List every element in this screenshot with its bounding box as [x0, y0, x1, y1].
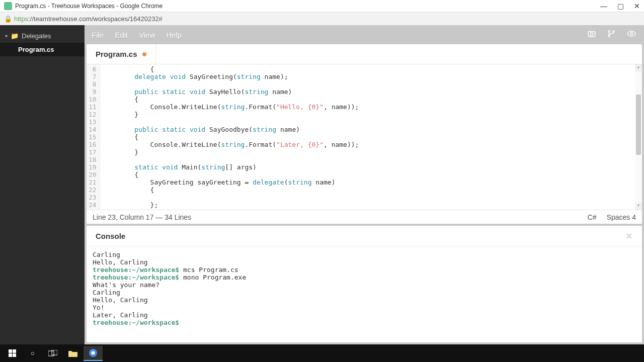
svg-point-4 — [613, 31, 614, 32]
window-title: Program.cs - Treehouse Workspaces - Goog… — [15, 3, 600, 10]
cortana-button[interactable]: ○ — [23, 346, 42, 361]
console-panel: Console ✕ CarlingHello, Carlingtreehouse… — [87, 226, 642, 342]
editor-area: Program.cs 67891011121314151617181920212… — [87, 44, 642, 224]
svg-rect-6 — [9, 349, 12, 353]
status-indent[interactable]: Spaces 4 — [607, 213, 636, 221]
tab-program[interactable]: Program.cs — [87, 44, 156, 64]
lock-icon: 🔒 — [4, 15, 12, 23]
svg-point-2 — [608, 31, 610, 32]
url-protocol: https — [14, 15, 28, 23]
menu-help[interactable]: Help — [166, 31, 182, 39]
status-language[interactable]: C# — [588, 213, 597, 221]
branch-icon[interactable] — [607, 29, 616, 41]
menu-view[interactable]: View — [139, 31, 155, 39]
scroll-up-icon[interactable]: ▴ — [635, 64, 642, 71]
svg-point-13 — [92, 351, 95, 354]
line-gutter: 6789101112131415161718192021222324 — [87, 64, 100, 210]
menu-bar: File Edit View Help — [85, 25, 644, 44]
url-rest: ://teamtreehouse.com/workspaces/16420232… — [28, 15, 163, 23]
svg-point-3 — [608, 35, 610, 37]
unsaved-dot-icon — [142, 52, 146, 56]
minimize-button[interactable]: — — [600, 2, 607, 10]
window-title-bar: Program.cs - Treehouse Workspaces - Goog… — [0, 0, 644, 12]
start-button[interactable] — [3, 346, 22, 361]
sidebar-folder-label: Delegates — [22, 32, 51, 40]
sidebar-file-label: Program.cs — [18, 46, 54, 53]
console-header: Console ✕ — [87, 226, 642, 247]
tab-label: Program.cs — [96, 50, 137, 58]
menu-file[interactable]: File — [92, 31, 104, 39]
editor-status-bar: Line 23, Column 17 — 34 Lines C# Spaces … — [87, 210, 642, 224]
maximize-button[interactable]: ▢ — [617, 2, 624, 10]
window-controls: — ▢ ✕ — [600, 2, 640, 10]
svg-point-5 — [630, 32, 633, 35]
close-console-button[interactable]: ✕ — [625, 231, 633, 242]
status-cursor: Line 23, Column 17 — 34 Lines — [93, 213, 191, 221]
svg-point-1 — [590, 32, 593, 35]
vertical-scrollbar[interactable]: ▴ ▾ — [635, 64, 642, 210]
windows-taskbar: ○ — [0, 344, 644, 362]
chrome-button[interactable] — [84, 346, 103, 361]
app-favicon — [4, 2, 12, 10]
svg-rect-7 — [13, 349, 16, 353]
sidebar-file-program[interactable]: Program.cs — [0, 43, 85, 56]
svg-rect-9 — [13, 353, 16, 357]
editor-tab-bar: Program.cs — [87, 44, 642, 64]
folder-icon: 📁 — [11, 32, 19, 40]
code-content[interactable]: { delegate void SayGreeting(string name)… — [100, 64, 642, 210]
console-title: Console — [96, 232, 125, 240]
file-explorer-button[interactable] — [63, 346, 83, 361]
chevron-down-icon: ▾ — [5, 33, 8, 39]
svg-rect-8 — [9, 353, 12, 357]
scrollbar-thumb[interactable] — [636, 95, 641, 155]
eye-icon[interactable] — [626, 29, 637, 41]
task-view-button[interactable] — [43, 346, 62, 361]
camera-icon[interactable] — [587, 29, 597, 41]
file-tree-sidebar: ▾ 📁 Delegates Program.cs — [0, 25, 85, 344]
console-output[interactable]: CarlingHello, Carlingtreehouse:~/workspa… — [87, 247, 642, 342]
code-editor[interactable]: 6789101112131415161718192021222324 { del… — [87, 64, 642, 210]
scroll-down-icon[interactable]: ▾ — [635, 203, 642, 210]
close-window-button[interactable]: ✕ — [634, 2, 640, 10]
menu-edit[interactable]: Edit — [115, 31, 128, 39]
sidebar-folder-delegates[interactable]: ▾ 📁 Delegates — [0, 29, 85, 43]
url-bar[interactable]: 🔒 https://teamtreehouse.com/workspaces/1… — [0, 12, 644, 25]
